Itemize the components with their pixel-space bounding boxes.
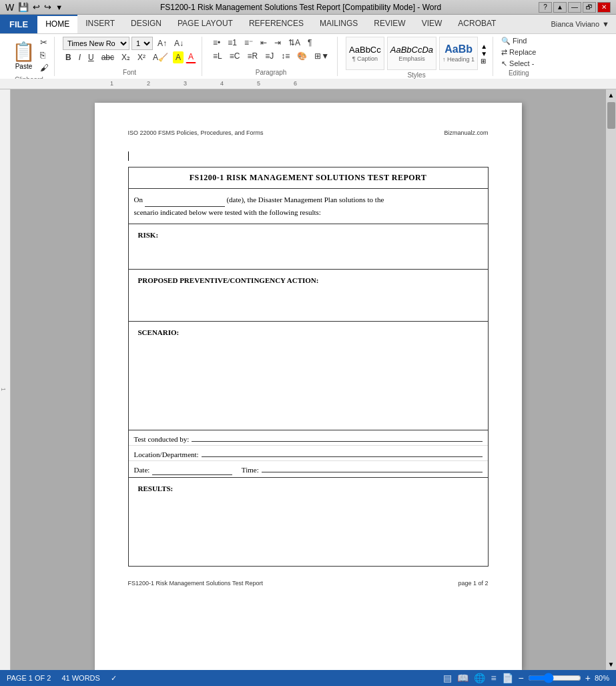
scroll-down-btn[interactable]: ▼: [606, 659, 616, 670]
scenario-label: SCENARIO:: [133, 324, 484, 340]
page-info: PAGE 1 OF 2: [7, 674, 51, 682]
cut-button[interactable]: ✂: [40, 37, 49, 49]
quick-customize[interactable]: ▼: [55, 3, 63, 11]
quick-undo[interactable]: ↩: [33, 2, 40, 12]
style-emphasis[interactable]: AaBbCcDa Emphasis: [387, 37, 436, 70]
style-heading1[interactable]: AaBb ↑ Heading 1: [439, 37, 478, 70]
document-table: FS1200-1 RISK MANAGEMENT SOLUTIONS TEST …: [128, 167, 489, 567]
zoom-slider[interactable]: [528, 673, 581, 683]
scroll-thumb[interactable]: [607, 102, 615, 129]
date-input[interactable]: [152, 466, 232, 475]
multilevel-list-button[interactable]: ≡⁻: [242, 37, 256, 49]
ruler: 1 2 3 4 5 6: [0, 79, 616, 89]
minimize-btn[interactable]: —: [568, 2, 581, 13]
borders-button[interactable]: ⊞▼: [312, 50, 332, 62]
decrease-indent-button[interactable]: ⇤: [258, 37, 270, 49]
proposed-cell: PROPOSED PREVENTIVE/CONTINGENCY ACTION:: [128, 270, 488, 322]
align-left-button[interactable]: ≡L: [210, 50, 225, 62]
right-scrollbar[interactable]: ▲ ▼: [605, 89, 616, 670]
close-btn[interactable]: ✕: [597, 2, 611, 13]
styles-scroll[interactable]: ▲ ▼ ⊞: [481, 43, 487, 65]
tab-mailings[interactable]: MAILINGS: [312, 15, 366, 33]
results-content[interactable]: [133, 496, 484, 563]
find-button[interactable]: 🔍 Find: [501, 37, 536, 45]
subscript-button[interactable]: X₂: [119, 51, 133, 63]
proofing-icon[interactable]: ✓: [111, 674, 117, 683]
full-reading-btn[interactable]: 📖: [457, 673, 469, 683]
draft-btn[interactable]: 📄: [502, 673, 513, 683]
tab-home[interactable]: HOME: [37, 15, 77, 33]
tab-page-layout[interactable]: PAGE LAYOUT: [170, 15, 241, 33]
date-label: Date:: [134, 466, 150, 474]
time-input[interactable]: [262, 463, 483, 472]
numbering-button[interactable]: ≡1: [225, 37, 240, 49]
tab-acrobat[interactable]: ACROBAT: [450, 15, 504, 33]
zoom-out-btn[interactable]: −: [519, 673, 524, 683]
italic-button[interactable]: I: [76, 51, 83, 63]
bold-button[interactable]: B: [63, 51, 74, 63]
sort-button[interactable]: ⇅A: [286, 37, 303, 49]
date-field[interactable]: [145, 194, 225, 207]
text-highlight-button[interactable]: A: [173, 51, 184, 63]
tab-design[interactable]: DESIGN: [123, 15, 170, 33]
superscript-button[interactable]: X²: [135, 51, 148, 63]
ribbon-tabs-row: FILE HOME INSERT DESIGN PAGE LAYOUT REFE…: [0, 15, 616, 33]
editing-label: Editing: [509, 68, 529, 77]
results-row: RESULTS:: [128, 478, 488, 567]
style-caption[interactable]: AaBbCc ¶ Caption: [346, 37, 384, 70]
tab-insert[interactable]: INSERT: [77, 15, 123, 33]
ribbon-toggle-btn[interactable]: ▲: [553, 2, 567, 13]
ruler-mark-3: 3: [167, 80, 204, 87]
copy-button[interactable]: ⎘: [40, 49, 49, 61]
document-area[interactable]: ISO 22000 FSMS Policies, Procedures, and…: [11, 89, 605, 670]
quick-redo[interactable]: ↪: [44, 2, 51, 12]
help-btn[interactable]: ?: [539, 2, 552, 13]
tab-review[interactable]: REVIEW: [366, 15, 413, 33]
shrink-font-button[interactable]: A↓: [172, 37, 186, 49]
restore-btn[interactable]: 🗗: [583, 2, 596, 13]
styles-group: AaBbCc ¶ Caption AaBbCcDa Emphasis AaBb …: [340, 37, 493, 76]
user-dropdown[interactable]: ▼: [602, 20, 609, 28]
tab-view[interactable]: VIEW: [414, 15, 450, 33]
paste-icon: 📋: [12, 41, 35, 63]
clear-format-button[interactable]: A🧹: [150, 51, 171, 63]
quick-save[interactable]: 💾: [18, 2, 29, 12]
file-tab[interactable]: FILE: [0, 15, 37, 33]
risk-label: RISK:: [133, 227, 484, 243]
select-button[interactable]: ↖ Select -: [501, 59, 536, 68]
font-size-select[interactable]: 12: [131, 37, 153, 50]
test-conducted-input[interactable]: [192, 432, 482, 442]
show-hide-button[interactable]: ¶: [305, 37, 314, 49]
zoom-in-btn[interactable]: +: [585, 673, 591, 683]
web-layout-btn[interactable]: 🌐: [474, 673, 485, 683]
align-center-button[interactable]: ≡C: [227, 50, 243, 62]
grow-font-button[interactable]: A↑: [155, 37, 170, 49]
outline-btn[interactable]: ≡: [491, 673, 496, 683]
paste-label: Paste: [15, 63, 33, 70]
scenario-content[interactable]: [133, 340, 484, 427]
increase-indent-button[interactable]: ⇥: [272, 37, 284, 49]
print-layout-btn[interactable]: ▤: [443, 673, 452, 683]
line-spacing-button[interactable]: ↕≡: [278, 50, 292, 62]
paste-button[interactable]: 📋 Paste: [9, 39, 38, 71]
font-color-button[interactable]: A: [186, 51, 196, 63]
zoom-percent[interactable]: 80%: [595, 674, 609, 682]
replace-button[interactable]: ⇄ Replace: [501, 48, 536, 57]
underline-button[interactable]: U: [85, 51, 97, 63]
left-ruler: 1 2 3 4 5 6 7 8: [0, 89, 11, 670]
justify-button[interactable]: ≡J: [262, 50, 276, 62]
tab-references[interactable]: REFERENCES: [241, 15, 312, 33]
time-label: Time:: [242, 466, 259, 474]
format-painter-button[interactable]: 🖌: [40, 62, 49, 74]
risk-content[interactable]: [133, 243, 484, 266]
scroll-up-btn[interactable]: ▲: [606, 89, 616, 101]
location-input[interactable]: [202, 448, 483, 457]
strikethrough-button[interactable]: abc: [99, 51, 117, 63]
proposed-content[interactable]: [133, 288, 484, 318]
bullets-button[interactable]: ≡•: [210, 37, 223, 49]
align-right-button[interactable]: ≡R: [244, 50, 260, 62]
proposed-row: PROPOSED PREVENTIVE/CONTINGENCY ACTION:: [128, 270, 488, 322]
shading-button[interactable]: 🎨: [294, 50, 310, 62]
test-conducted-cell: Test conducted by: Location/Department: …: [128, 430, 488, 478]
font-name-select[interactable]: Times New Ro: [63, 37, 129, 50]
